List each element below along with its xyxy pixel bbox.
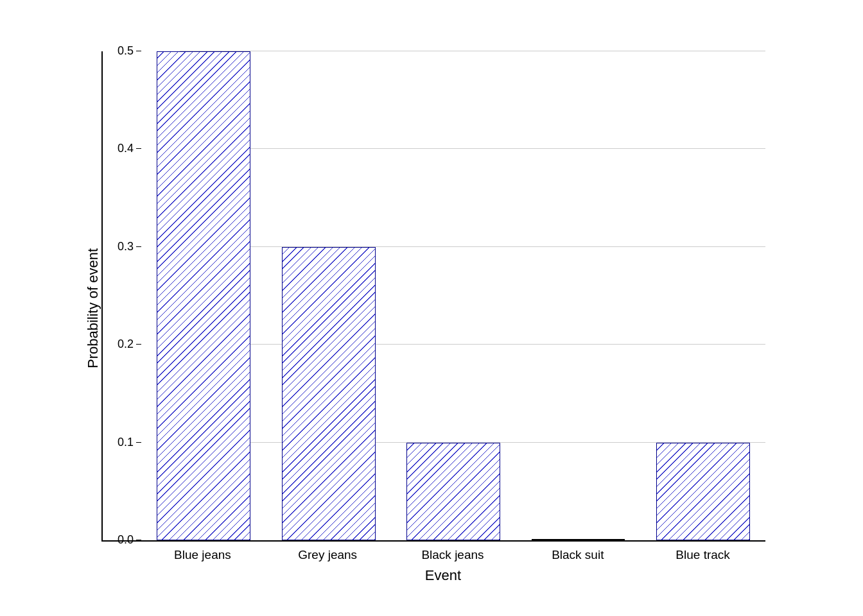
chart-inner: 0.00.10.20.30.40.5 Blue jeansGrey jeansB… xyxy=(101,32,785,584)
y-tick-label: 0.2 xyxy=(118,338,134,351)
bar-hatch xyxy=(283,248,375,540)
bar-group xyxy=(516,51,640,540)
bar xyxy=(406,443,500,540)
x-label: Black jeans xyxy=(390,542,516,562)
x-label: Blue jeans xyxy=(140,542,265,562)
x-label: Blue track xyxy=(640,542,765,562)
bar-wrapper xyxy=(157,51,250,540)
y-tick-line xyxy=(136,51,141,51)
bar-wrapper xyxy=(532,51,625,540)
y-tick-label: 0.4 xyxy=(118,142,134,155)
y-tick-label: 0.3 xyxy=(118,240,134,253)
x-label: Black suit xyxy=(515,542,640,562)
bar-zero xyxy=(532,539,625,540)
y-tick: 0.3 xyxy=(136,246,141,247)
bar-wrapper xyxy=(406,51,500,540)
y-tick: 0.4 xyxy=(136,148,141,149)
bar xyxy=(656,443,750,540)
bar-wrapper xyxy=(656,51,750,540)
y-tick: 0.0 xyxy=(136,540,141,540)
y-tick-label: 0.0 xyxy=(118,533,134,547)
bar-group xyxy=(641,51,765,540)
x-labels: Blue jeansGrey jeansBlack jeansBlack sui… xyxy=(140,542,765,562)
y-tick: 0.2 xyxy=(136,344,141,345)
y-tick-line xyxy=(136,442,141,443)
bar-group xyxy=(391,51,516,540)
y-tick-line xyxy=(136,540,141,540)
bars-container xyxy=(141,51,765,540)
y-tick: 0.1 xyxy=(136,442,141,443)
y-tick-label: 0.1 xyxy=(118,436,134,449)
bar xyxy=(157,51,250,540)
bar-hatch xyxy=(407,443,500,540)
bar-group xyxy=(141,51,266,540)
y-axis-label: Probability of event xyxy=(78,32,101,584)
y-tick-label: 0.5 xyxy=(118,44,134,58)
y-tick-line xyxy=(136,344,141,345)
y-tick-line xyxy=(136,246,141,247)
bar xyxy=(282,247,376,540)
x-label: Grey jeans xyxy=(265,542,390,562)
bar-group xyxy=(266,51,390,540)
bar-hatch xyxy=(157,52,250,540)
y-tick: 0.5 xyxy=(136,51,141,51)
bar-hatch xyxy=(657,443,749,540)
x-axis-label: Event xyxy=(101,567,785,584)
chart-container: Probability of event 0.00.10.20.30.40.5 … xyxy=(78,32,785,584)
bar-wrapper xyxy=(282,51,376,540)
plot-area: 0.00.10.20.30.40.5 xyxy=(101,51,765,542)
y-tick-line xyxy=(136,148,141,149)
y-ticks: 0.00.10.20.30.40.5 xyxy=(103,51,141,540)
chart-area: Probability of event 0.00.10.20.30.40.5 … xyxy=(78,32,785,584)
